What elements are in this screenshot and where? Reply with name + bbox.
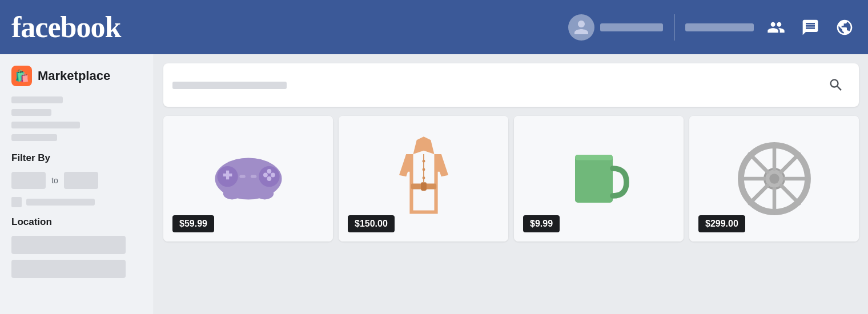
svg-point-8 (267, 176, 271, 181)
coat-icon (392, 133, 455, 224)
filter-by-title: Filter By (11, 152, 142, 164)
nav-search-bar (685, 23, 754, 31)
svg-line-28 (749, 154, 767, 172)
svg-point-17 (422, 168, 425, 171)
checkbox-label (26, 199, 95, 206)
marketplace-icon: 🛍️ (11, 66, 32, 86)
sidebar-title: Marketplace (38, 69, 110, 83)
profile-area (568, 14, 675, 41)
product-card-3[interactable]: $9.99 (514, 116, 684, 241)
sidebar-skeleton-1 (11, 96, 63, 103)
search-placeholder (172, 82, 287, 89)
sidebar-header: 🛍️ Marketplace (11, 66, 142, 86)
svg-point-18 (422, 176, 425, 179)
search-button[interactable] (822, 71, 850, 99)
svg-point-10 (256, 188, 274, 200)
sidebar-skeleton-4 (11, 134, 57, 141)
friends-icon (767, 18, 785, 37)
product-price-4: $299.00 (698, 215, 745, 232)
svg-rect-4 (226, 171, 229, 180)
sidebar: 🛍️ Marketplace Filter By to Location (0, 54, 154, 314)
globe-icon (835, 18, 854, 37)
search-icon (828, 77, 844, 93)
svg-point-23 (769, 174, 779, 183)
product-card-1[interactable]: $59.99 (163, 116, 333, 241)
search-input-area[interactable] (172, 75, 817, 95)
svg-rect-14 (421, 182, 427, 191)
price-filter: to (11, 172, 142, 189)
svg-rect-19 (575, 155, 613, 203)
svg-point-16 (422, 160, 425, 163)
product-grid: $59.99 (163, 116, 859, 241)
product-price-2: $150.00 (348, 215, 395, 232)
location-input-2[interactable] (11, 260, 126, 278)
svg-point-7 (267, 169, 271, 174)
location-input-1[interactable] (11, 236, 126, 254)
mug-icon (568, 144, 630, 213)
product-price-1: $59.99 (172, 215, 214, 232)
svg-line-29 (781, 186, 798, 203)
checkbox-row (11, 197, 142, 207)
svg-point-9 (223, 188, 240, 200)
profile-avatar[interactable] (568, 14, 594, 41)
filter-checkbox[interactable] (11, 197, 22, 207)
header: facebook (0, 0, 868, 54)
svg-rect-12 (250, 175, 256, 178)
product-card-2[interactable]: $150.00 (339, 116, 508, 241)
product-price-3: $9.99 (523, 215, 560, 232)
price-min-input[interactable] (11, 172, 46, 189)
facebook-logo: facebook (11, 10, 120, 44)
product-card-4[interactable]: $299.00 (689, 116, 859, 241)
messenger-icon (801, 18, 819, 37)
svg-point-5 (263, 173, 268, 178)
nav-icons (764, 15, 857, 39)
main-container: 🛍️ Marketplace Filter By to Location (0, 54, 868, 314)
wheel-icon (737, 142, 811, 216)
messenger-nav-icon[interactable] (798, 15, 822, 39)
price-to-label: to (51, 176, 58, 185)
username-bar (600, 23, 663, 31)
content-area: $59.99 (154, 54, 868, 314)
gamepad-icon (211, 150, 286, 207)
svg-line-31 (749, 186, 767, 203)
location-title: Location (11, 216, 142, 228)
svg-point-6 (271, 173, 275, 178)
sidebar-skeleton-3 (11, 122, 80, 128)
user-icon (573, 19, 590, 36)
search-bar-container (163, 63, 859, 107)
globe-nav-icon[interactable] (833, 15, 857, 39)
friends-nav-icon[interactable] (764, 15, 788, 39)
price-max-input[interactable] (64, 172, 98, 189)
sidebar-skeleton-2 (11, 109, 51, 116)
svg-line-30 (781, 154, 798, 172)
svg-rect-11 (239, 175, 245, 178)
svg-rect-20 (575, 155, 613, 160)
header-right (568, 14, 857, 41)
